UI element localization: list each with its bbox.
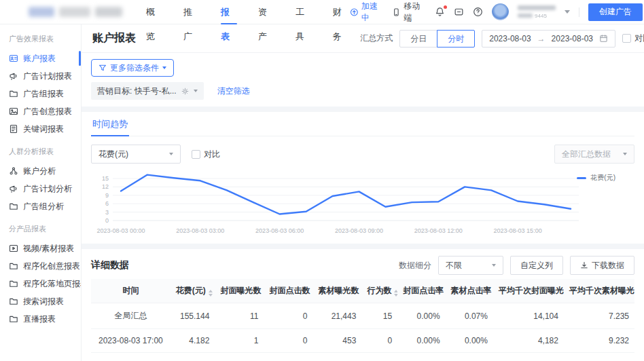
download-data-button[interactable]: 下载数据	[570, 256, 634, 275]
page-title: 账户报表	[92, 31, 136, 45]
column-header[interactable]: 封面点击数	[264, 279, 312, 303]
filter-panel: 更多筛选条件 营销目标: 快手号-私... 清空筛选	[82, 53, 644, 107]
chart-compare-checkbox[interactable]	[192, 150, 200, 159]
plan-report-icon	[9, 184, 18, 193]
table-cell: 4.182	[171, 329, 215, 353]
top-nav-item-asset[interactable]: 资产	[258, 0, 275, 24]
column-header-label: 花费(元)	[176, 286, 206, 295]
doc-icon	[9, 124, 18, 134]
top-nav-item-tools[interactable]: 工具	[296, 0, 312, 24]
user-avatar[interactable]	[492, 3, 509, 20]
header-controls: 汇总方式 分日 分时 2023-08-03 → 2023-08-03 对比	[360, 30, 644, 48]
sidebar-item-account-analysis[interactable]: 账户分析	[0, 162, 81, 180]
sort-icon[interactable]	[209, 290, 213, 297]
column-header-label: 时间	[122, 286, 139, 295]
accelerating-button[interactable]: 加速中	[350, 1, 384, 24]
active-filters-row: 营销目标: 快手号-私... 清空筛选	[91, 82, 634, 100]
column-header[interactable]: 封面点击率	[397, 279, 445, 303]
chart-compare-label: 对比	[204, 149, 220, 160]
chevron-down-icon	[169, 153, 173, 155]
notification-bell-button[interactable]	[435, 7, 445, 17]
segment-label: 数据细分	[399, 260, 431, 271]
column-header-label: 行为数	[367, 286, 391, 295]
sidebar-item-group-analysis[interactable]: 广告组分析	[0, 197, 81, 215]
column-header-label: 封面曝光数	[220, 286, 261, 295]
by-day-button[interactable]: 分日	[399, 30, 437, 48]
svg-text:2023-08-03 15:00: 2023-08-03 15:00	[494, 227, 542, 234]
table-cell: 0	[264, 303, 312, 329]
chart-compare: 对比	[192, 149, 220, 160]
sidebar-item-label: 程序化落地页报表	[23, 278, 82, 290]
top-nav-item-overview[interactable]: 概览	[146, 0, 163, 24]
detail-table-card: 详细数据 数据细分 不限 自定义列 下载数据 时间	[82, 249, 644, 361]
sidebar-item-group-report[interactable]: 广告组报表	[0, 85, 81, 102]
mobile-entry-button[interactable]: 移动端	[392, 1, 426, 24]
sidebar-item-plan-report[interactable]: 广告计划报表	[0, 67, 81, 85]
column-header[interactable]: 封面曝光数	[215, 279, 264, 303]
date-range-picker[interactable]: 2023-08-03 → 2023-08-03	[482, 30, 615, 48]
svg-text:0: 0	[105, 217, 109, 224]
accelerate-icon	[350, 7, 359, 17]
segment-select[interactable]: 不限	[438, 256, 503, 275]
help-button[interactable]	[473, 7, 483, 17]
table-cell: 11	[215, 303, 264, 329]
column-header[interactable]: 花费(元)	[171, 279, 215, 303]
tab-time-trend[interactable]: 时间趋势	[91, 112, 129, 136]
sidebar-item-video-material-report[interactable]: 视频/素材报表	[0, 240, 81, 257]
data-scope-select[interactable]: 全部汇总数据	[554, 145, 634, 164]
notification-badge	[444, 5, 447, 9]
customize-columns-button[interactable]: 自定义列	[510, 256, 563, 275]
column-header[interactable]: 素材曝光数	[312, 279, 361, 303]
metric-select[interactable]: 花费(元)	[91, 145, 181, 164]
sidebar-item-keyword-report[interactable]: 关键词报表	[0, 120, 81, 138]
column-header[interactable]: 素材点击率	[446, 279, 493, 303]
column-header[interactable]: 行为数	[361, 279, 397, 303]
section-gap	[82, 107, 644, 112]
top-nav-item-report[interactable]: 报表	[221, 0, 238, 24]
platform-logo	[29, 7, 128, 17]
header-compare-checkbox[interactable]	[622, 34, 631, 43]
user-menu-caret[interactable]	[565, 10, 570, 14]
marketing-goal-filter-tag[interactable]: 营销目标: 快手号-私...	[91, 82, 204, 100]
svg-text:9: 9	[105, 192, 109, 199]
sidebar-item-label: 账户分析	[23, 166, 56, 177]
user-id-redacted	[518, 14, 533, 18]
column-header[interactable]: 平均千次封面曝光花费(元)	[493, 279, 564, 303]
sidebar-item-programmatic-creative-report[interactable]: 程序化创意报表	[0, 257, 81, 275]
clear-filters-link[interactable]: 清空筛选	[217, 86, 250, 97]
sidebar-item-creative-report[interactable]: 广告创意报表	[0, 102, 81, 120]
table-cell: 9.232	[564, 329, 634, 353]
table-cell: 1	[215, 329, 264, 353]
folder-icon	[9, 89, 18, 98]
table-cell: 0.00%	[446, 329, 493, 353]
sidebar-item-label: 搜索词报表	[23, 296, 64, 307]
more-filters-button[interactable]: 更多筛选条件	[91, 59, 174, 77]
folder-icon	[9, 297, 18, 306]
by-hour-button[interactable]: 分时	[437, 30, 475, 48]
sidebar-item-live-report[interactable]: 直播报表	[0, 310, 81, 328]
create-ad-button[interactable]: 创建广告	[588, 3, 643, 21]
question-icon	[473, 7, 483, 17]
user-id-suffix: 9445	[535, 13, 547, 19]
chart-legend: 花费(元)	[577, 173, 615, 183]
sidebar-item-plan-analysis[interactable]: 广告计划分析	[0, 180, 81, 197]
message-button[interactable]	[454, 7, 464, 17]
sidebar-item-label: 视频/素材报表	[23, 243, 74, 254]
top-nav-item-finance[interactable]: 财务	[333, 0, 350, 24]
sidebar-item-label: 程序化创意报表	[23, 261, 80, 272]
video-icon	[9, 244, 18, 253]
chevron-down-icon	[194, 90, 198, 92]
sidebar-item-search-term-report[interactable]: 搜索词报表	[0, 292, 81, 310]
folder-icon	[9, 314, 18, 324]
table-cell: 0.00%	[397, 303, 445, 329]
top-nav-item-promotion[interactable]: 推广	[183, 0, 200, 24]
legend-label: 花费(元)	[590, 173, 615, 183]
sort-icon[interactable]	[394, 290, 397, 297]
sidebar-item-account-report[interactable]: 账户报表	[0, 50, 81, 67]
gear-icon[interactable]	[181, 88, 189, 95]
table-controls: 数据细分 不限 自定义列 下载数据	[399, 256, 634, 275]
table-cell: 5,744	[493, 353, 564, 361]
trend-line-chart[interactable]: 036912152023-08-03 00:002023-08-03 03:00…	[91, 165, 634, 244]
sidebar-item-programmatic-landing-report[interactable]: 程序化落地页报表	[0, 275, 81, 292]
column-header[interactable]: 平均千次素材曝光花费(元)	[564, 279, 634, 303]
